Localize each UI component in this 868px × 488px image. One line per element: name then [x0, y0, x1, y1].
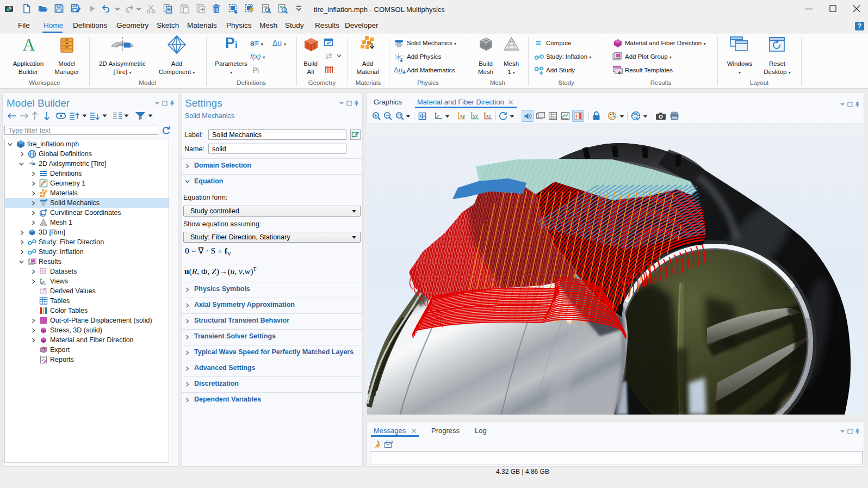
svg-text:yz: yz: [473, 113, 479, 119]
svg-text:xy: xy: [460, 113, 466, 119]
svg-text:xz: xz: [486, 113, 492, 119]
svg-text:8.85: 8.85: [40, 287, 47, 291]
svg-text:e-12: e-12: [40, 291, 47, 295]
